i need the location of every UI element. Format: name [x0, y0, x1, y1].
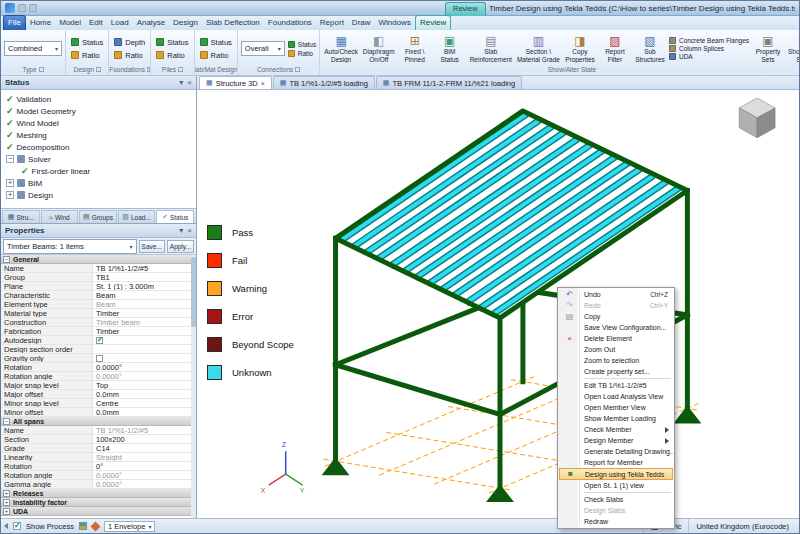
apply-button[interactable]: Apply... — [167, 240, 194, 253]
section-expander-icon[interactable] — [3, 256, 10, 263]
property-row[interactable]: Major offset 0.0mm — [1, 390, 196, 399]
ribbon-button[interactable]: Concrete Beam Flanges — [669, 37, 749, 44]
ribbon-button[interactable]: Ratio — [198, 50, 234, 61]
dialog-launcher-icon[interactable] — [39, 67, 44, 72]
property-row[interactable]: Rotation angle 0.0000° — [1, 372, 196, 381]
collapsed-section-header[interactable]: UDA — [1, 507, 196, 516]
close-icon[interactable]: × — [187, 79, 192, 87]
panel-tab[interactable]: ✓ Status — [156, 210, 194, 223]
context-menu-item[interactable]: Zoom to selection — [559, 355, 673, 366]
context-menu-item[interactable]: ↶ Undo Ctrl+Z — [559, 289, 673, 300]
ribbon-tab[interactable]: Load — [107, 16, 133, 30]
ribbon-big-button[interactable]: ▣ BIM Status — [434, 34, 466, 63]
ribbon-big-button[interactable]: ▧ Sub Structures — [634, 34, 666, 63]
checkbox[interactable] — [96, 337, 103, 344]
tree-expander-icon[interactable] — [6, 191, 14, 199]
ribbon-tab[interactable]: Report — [316, 16, 348, 30]
panel-tab[interactable]: ▤ Groups — [79, 210, 117, 223]
context-menu-item[interactable]: × Delete Element — [559, 333, 673, 344]
property-row[interactable]: Section 100x200 — [1, 435, 196, 444]
section-expander-icon[interactable] — [3, 418, 10, 425]
ribbon-button[interactable]: Depth — [112, 37, 147, 48]
ribbon-button[interactable]: Status — [288, 41, 316, 48]
property-row[interactable]: Minor offset 0.0mm — [1, 408, 196, 417]
property-row[interactable]: Fabrication Timber — [1, 327, 196, 336]
ribbon-button[interactable]: Status — [198, 37, 234, 48]
property-row[interactable]: Characteristic Beam — [1, 291, 196, 300]
ribbon-tab[interactable]: Design — [169, 16, 202, 30]
dialog-launcher-icon[interactable] — [147, 67, 150, 72]
context-menu-item[interactable]: ↷ Redo Ctrl+Y — [559, 300, 673, 311]
properties-selector-dropdown[interactable]: Timber Beams: 1 items — [3, 239, 137, 254]
status-tree-item[interactable]: Model Geometry — [6, 105, 196, 117]
annotation-icon[interactable] — [79, 522, 87, 530]
envelope-dropdown[interactable]: 1 Envelope — [104, 521, 156, 532]
collapsed-section-header[interactable]: Instability factor — [1, 498, 196, 507]
property-row[interactable]: Construction Timber beam — [1, 318, 196, 327]
property-row[interactable]: Autodesign — [1, 336, 196, 345]
context-menu-item[interactable]: Design Member — [559, 435, 673, 446]
ribbon-tab[interactable]: File — [3, 15, 26, 30]
context-menu-item[interactable]: Create property set... — [559, 366, 673, 377]
ribbon-button[interactable]: Status — [154, 37, 190, 48]
view-tab[interactable]: ▦ TB FRM 11/1-2-FRM 11/%21 loading — [376, 76, 522, 89]
ribbon-tab[interactable]: Review — [415, 15, 451, 30]
dialog-launcher-icon[interactable] — [295, 67, 300, 72]
ribbon-big-button[interactable]: ▥ Section \ Material Grade — [516, 34, 561, 63]
context-menu-item[interactable]: Edit TB 1/%1-1/2/#5 — [559, 380, 673, 391]
ribbon-big-button[interactable]: ▤ Slab Reinforcement — [469, 34, 513, 63]
region-button[interactable]: United Kingdom (Eurocode) — [688, 519, 796, 533]
section-expander-icon[interactable] — [3, 508, 10, 515]
show-process-checkbox[interactable] — [13, 522, 21, 530]
panel-menu-icon[interactable]: ▾ — [179, 227, 183, 235]
properties-scrollbar[interactable] — [191, 255, 196, 518]
collapse-arrow-icon[interactable] — [4, 523, 8, 529]
property-row[interactable]: Plane St. 1 (1) : 3.000m — [1, 282, 196, 291]
property-row[interactable]: Rotation 0° — [1, 462, 196, 471]
quick-access-icon[interactable] — [18, 4, 26, 12]
context-menu-item[interactable]: Generate Detailing Drawing... — [559, 446, 673, 457]
property-row[interactable]: Name TB 1/%1-1/2/#5 — [1, 264, 196, 273]
ribbon-button[interactable]: UDA — [669, 53, 749, 60]
property-row[interactable]: Material type Timber — [1, 309, 196, 318]
ribbon-button[interactable]: Status — [69, 37, 105, 48]
section-expander-icon[interactable] — [3, 499, 10, 506]
context-menu-item[interactable]: Redraw — [559, 516, 673, 527]
nav-cube[interactable] — [739, 98, 775, 138]
context-menu-item[interactable]: Check Member — [559, 424, 673, 435]
ribbon-tab[interactable]: Windows — [375, 16, 415, 30]
property-row[interactable]: Rotation angle 0.0000° — [1, 471, 196, 480]
collapsed-section-header[interactable]: Releases — [1, 489, 196, 498]
context-menu-item[interactable]: Open Load Analysis View — [559, 391, 673, 402]
ribbon-button[interactable]: Ratio — [112, 50, 147, 61]
view-tab[interactable]: ▦ Structure 3D — [199, 76, 272, 89]
status-tree-item[interactable]: Solver — [6, 153, 196, 165]
context-menu-item[interactable]: Zoom Out — [559, 344, 673, 355]
panel-tab[interactable]: ≈ Wind — [41, 210, 79, 223]
ribbon-tab[interactable]: Slab Deflection — [202, 16, 264, 30]
ribbon-big-button[interactable]: ▨ Report Filter — [599, 34, 631, 63]
context-menu-item[interactable]: Save View Configuration... — [559, 322, 673, 333]
ribbon-big-button[interactable]: ◧ Diaphragm On/Off — [362, 34, 396, 63]
ribbon-button[interactable]: Ratio — [69, 50, 105, 61]
context-menu-item[interactable]: Report for Member — [559, 457, 673, 468]
ribbon-tab[interactable]: Home — [26, 16, 55, 30]
overall-dropdown[interactable]: Overall — [241, 41, 285, 56]
ribbon-tab[interactable]: Analyse — [133, 16, 169, 30]
status-tree-item[interactable]: Meshing — [6, 129, 196, 141]
status-tree-item[interactable]: First-order linear — [6, 165, 196, 177]
combined-dropdown[interactable]: Combined — [4, 41, 62, 56]
quick-access-icon[interactable] — [29, 4, 37, 12]
section-expander-icon[interactable] — [3, 490, 10, 497]
ribbon-button[interactable]: Column Splices — [669, 45, 749, 52]
checkbox[interactable] — [96, 355, 103, 362]
property-row[interactable]: Gamma angle 0.0000° — [1, 480, 196, 489]
ribbon-tab[interactable]: Model — [55, 16, 85, 30]
view-tab[interactable]: ▦ TB 1/%1-1/2/#5 loading — [273, 76, 375, 89]
scrollbar-thumb[interactable] — [191, 257, 196, 327]
property-row[interactable]: Design section order — [1, 345, 196, 354]
context-menu-item[interactable]: Check Slabs — [559, 494, 673, 505]
tree-expander-icon[interactable] — [6, 155, 14, 163]
property-row[interactable]: Grade C14 — [1, 444, 196, 453]
context-menu-item[interactable]: Open St. 1 (1) view — [559, 480, 673, 491]
